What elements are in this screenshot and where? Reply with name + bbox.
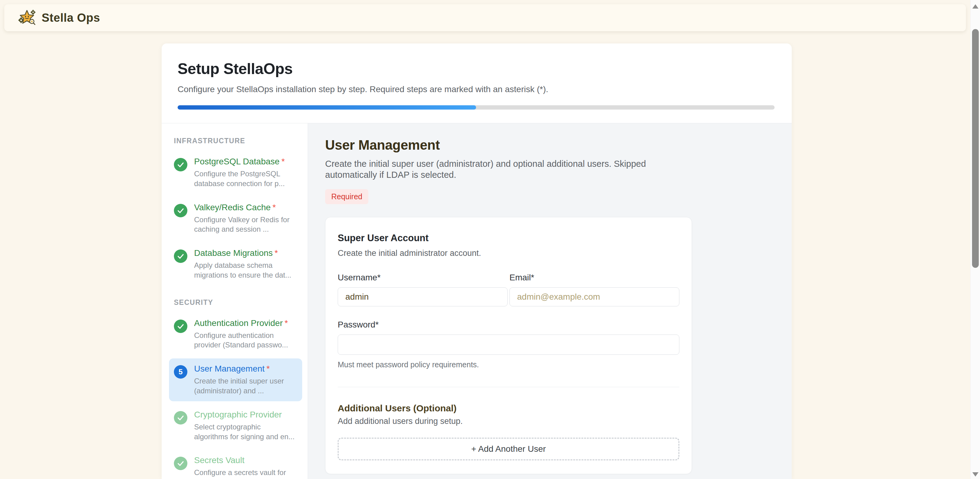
- step-description: Create the initial super user (administr…: [325, 158, 659, 181]
- wizard-header: Setup StellaOps Configure your StellaOps…: [162, 43, 792, 123]
- setup-wizard-page: Stella Ops Setup StellaOps Configure you…: [0, 0, 980, 479]
- step-check-icon: [174, 457, 188, 470]
- password-input[interactable]: [338, 334, 679, 355]
- step-title: Authentication Provider*: [194, 318, 295, 328]
- super-user-card: Super User Account Create the initial ad…: [325, 217, 692, 474]
- password-field-group: Password* Must meet password policy requ…: [338, 320, 679, 369]
- username-field-group: Username*: [338, 273, 508, 306]
- step-description: Create the initial super user (administr…: [194, 376, 295, 395]
- page-subtitle: Configure your StellaOps installation st…: [178, 84, 775, 94]
- step-title: PostgreSQL Database*: [194, 157, 295, 167]
- app-header: Stella Ops: [4, 4, 966, 31]
- step-title: Valkey/Redis Cache*: [194, 203, 295, 212]
- username-label: Username*: [338, 273, 508, 283]
- wizard-body: INFRASTRUCTUREPostgreSQL Database*Config…: [162, 123, 792, 479]
- step-check-icon: [174, 204, 188, 217]
- sidebar-step-database-migrations[interactable]: Database Migrations*Apply database schem…: [169, 243, 302, 286]
- add-another-user-button[interactable]: + Add Another User: [338, 438, 679, 460]
- required-asterisk: *: [266, 364, 270, 373]
- sidebar-step-authentication-provider[interactable]: Authentication Provider*Configure authen…: [169, 313, 302, 356]
- progress-bar-track: [178, 105, 775, 110]
- username-email-row: Username* Email*: [338, 273, 679, 306]
- steps-sidebar: INFRASTRUCTUREPostgreSQL Database*Config…: [162, 123, 308, 479]
- step-texts: PostgreSQL Database*Configure the Postgr…: [194, 157, 295, 189]
- email-label: Email*: [509, 273, 679, 283]
- step-texts: Secrets VaultConfigure a secrets vault f…: [194, 455, 295, 479]
- step-texts: User Management*Create the initial super…: [194, 364, 295, 396]
- step-description: Configure the PostgreSQL database connec…: [194, 169, 295, 188]
- vertical-scrollbar[interactable]: [970, 0, 980, 479]
- email-input[interactable]: [509, 287, 679, 306]
- step-description: Apply database schema migrations to ensu…: [194, 261, 295, 280]
- email-field-group: Email*: [509, 273, 679, 306]
- password-helper-text: Must meet password policy requirements.: [338, 360, 679, 369]
- step-title: User Management*: [194, 364, 295, 374]
- required-asterisk: *: [275, 248, 278, 258]
- step-description: Configure authentication provider (Stand…: [194, 331, 295, 350]
- required-asterisk: *: [272, 203, 276, 212]
- scrollbar-down-arrow-icon[interactable]: [972, 472, 978, 477]
- step-check-icon: [174, 250, 188, 263]
- required-badge: Required: [325, 189, 368, 204]
- password-label: Password*: [338, 320, 679, 329]
- main-content: User Management Create the initial super…: [308, 123, 792, 479]
- page-title: Setup StellaOps: [178, 60, 775, 78]
- step-texts: Database Migrations*Apply database schem…: [194, 248, 295, 280]
- username-input[interactable]: [338, 287, 508, 306]
- step-description: Select cryptographic algorithms for sign…: [194, 422, 295, 441]
- additional-users-subtitle: Add additional users during setup.: [338, 417, 679, 426]
- step-check-icon: [174, 411, 188, 425]
- step-number-badge: 5: [174, 365, 188, 379]
- sidebar-step-postgresql-database[interactable]: PostgreSQL Database*Configure the Postgr…: [169, 151, 302, 194]
- step-heading: User Management: [325, 137, 775, 153]
- step-description: Configure Valkey or Redis for caching an…: [194, 215, 295, 234]
- step-section-label: INFRASTRUCTURE: [174, 137, 302, 145]
- step-texts: Valkey/Redis Cache*Configure Valkey or R…: [194, 203, 295, 234]
- step-title: Secrets Vault: [194, 455, 295, 465]
- required-asterisk: *: [285, 318, 288, 328]
- sidebar-step-cryptographic-provider[interactable]: Cryptographic ProviderSelect cryptograph…: [169, 404, 302, 447]
- brand-name: Stella Ops: [41, 11, 100, 24]
- sidebar-step-user-management[interactable]: 5User Management*Create the initial supe…: [169, 358, 302, 401]
- super-user-card-subtitle: Create the initial administrator account…: [338, 248, 679, 258]
- step-texts: Authentication Provider*Configure authen…: [194, 318, 295, 350]
- scrollbar-thumb[interactable]: [972, 29, 979, 268]
- card-divider: [338, 387, 679, 387]
- scrollbar-up-arrow-icon[interactable]: [972, 4, 978, 9]
- step-texts: Cryptographic ProviderSelect cryptograph…: [194, 410, 295, 442]
- step-description: Configure a secrets vault for secure cre…: [194, 468, 295, 479]
- step-title: Database Migrations*: [194, 248, 295, 258]
- super-user-card-title: Super User Account: [338, 232, 679, 243]
- step-title: Cryptographic Provider: [194, 410, 295, 420]
- stella-ops-logo-icon: [18, 9, 37, 26]
- sidebar-step-secrets-vault[interactable]: Secrets VaultConfigure a secrets vault f…: [169, 450, 302, 479]
- additional-users-title: Additional Users (Optional): [338, 403, 679, 414]
- required-asterisk: *: [282, 157, 285, 166]
- brand: Stella Ops: [18, 9, 100, 26]
- step-section-label: SECURITY: [174, 298, 302, 307]
- progress-bar-fill: [178, 105, 476, 110]
- step-check-icon: [174, 158, 188, 172]
- sidebar-step-valkey-redis-cache[interactable]: Valkey/Redis Cache*Configure Valkey or R…: [169, 197, 302, 240]
- step-check-icon: [174, 320, 188, 333]
- wizard-panel: Setup StellaOps Configure your StellaOps…: [162, 43, 792, 479]
